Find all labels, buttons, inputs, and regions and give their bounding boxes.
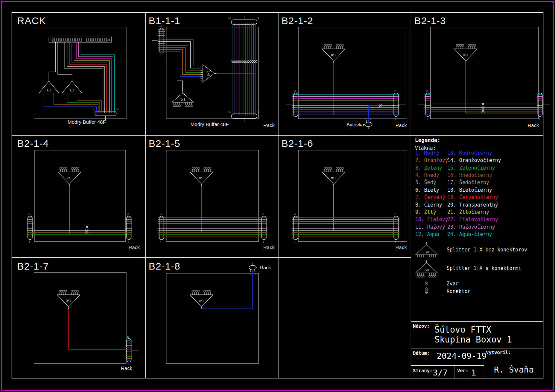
splitter-icon: 1x8 [190, 290, 213, 309]
splitter-icon: 1x8 [172, 91, 194, 107]
svg-text:12: 12 [538, 90, 541, 92]
splitter-icon: 1x8 [322, 168, 345, 186]
svg-text:1: 1 [29, 241, 30, 243]
svg-text:1x2: 1x2 [70, 89, 75, 92]
bytovka-label: Bytovka [333, 122, 364, 127]
legend-item: 11. Ružový [415, 224, 445, 230]
enclosure-outline [34, 27, 126, 119]
buffer-caption: Modry Buffer 48F [187, 121, 232, 127]
legend-item: 18. Bieločierny [447, 187, 492, 193]
fiber-connector-icon: 121 [286, 90, 299, 120]
svg-text:1: 1 [263, 241, 264, 243]
svg-text:1: 1 [128, 241, 129, 243]
rack-label: Rack [260, 265, 271, 270]
titleblock-strany-label: Strany: [413, 368, 432, 373]
svg-text:12: 12 [394, 90, 397, 92]
svg-text:1x8: 1x8 [424, 269, 429, 272]
panel-title-b214: B2-1-4 [17, 138, 49, 149]
titleblock-nazov-line2: Skupina Boxov 1 [434, 335, 512, 344]
svg-text:1x8: 1x8 [331, 176, 336, 179]
enclosure-outline [298, 27, 407, 119]
rack-label: Rack [263, 245, 275, 250]
svg-text:12: 12 [28, 213, 31, 215]
svg-text:1: 1 [160, 241, 162, 243]
svg-text:1: 1 [128, 363, 129, 365]
legend-splitter-nc-label: Splitter 1:X bez konektorov [447, 247, 527, 253]
splitter-icon: 1x8 [201, 65, 216, 82]
fiber-connector-icon: 121 [537, 90, 550, 120]
svg-text:1: 1 [258, 111, 259, 113]
legend-konektor-label: Konektor [447, 288, 470, 294]
svg-text:1: 1 [395, 241, 396, 243]
titleblock-ver-value: 1 [471, 368, 476, 377]
enclosure-outline [35, 150, 126, 242]
splitter-icon: 1x8 [58, 168, 81, 186]
svg-text:2: 2 [370, 117, 371, 120]
titleblock-datum-label: Dátum: [413, 350, 430, 356]
panel-title-rack: RACK [17, 15, 46, 26]
titleblock-vytvoril-label: Vytvoril: [486, 350, 511, 355]
legend-splitter-c-label: Splitter 1:X s konektormi [447, 265, 521, 271]
legend-item: 10. Fialový [415, 216, 448, 222]
legend-item: 14. Oranžovočierny [447, 157, 501, 163]
buffer-caption: Modry Buffer 48F [64, 119, 109, 125]
fiber-wire [77, 96, 101, 111]
svg-text:12: 12 [426, 90, 428, 92]
legend-item: 7. Červený [415, 194, 445, 200]
titleblock-ver-label: Ver: [457, 368, 468, 373]
fiber-connector-icon: 121 [126, 213, 138, 243]
svg-text:12: 12 [160, 213, 162, 215]
svg-text:1: 1 [395, 117, 396, 120]
legend-item: 23. Ružovočierny [447, 224, 495, 230]
svg-text:1: 1 [258, 17, 259, 19]
fiber-buffer-icon: 121 [228, 111, 259, 122]
fiber-wire [76, 42, 111, 111]
legend-zvar-label: Zvar [447, 281, 459, 287]
svg-text:1: 1 [249, 273, 251, 275]
svg-text:1x8: 1x8 [207, 71, 210, 76]
rack-label: Rack [528, 122, 539, 128]
legend-item: 20. Transparentný [447, 202, 498, 208]
splitter-icon: 1x8 [322, 45, 345, 63]
svg-text:1x8: 1x8 [66, 299, 71, 302]
legend-item: 24. Aqua-čierny [447, 231, 492, 237]
fiber-connector-icon: 121 [393, 90, 406, 120]
fiber-wire [72, 42, 108, 111]
legend-item: 15. Zelenočierny [447, 165, 495, 171]
svg-text:12: 12 [294, 90, 296, 92]
fiber-wire [69, 309, 127, 349]
svg-text:24: 24 [107, 39, 110, 42]
schematic-sheet: 1241x21x21121211x81x81211211x8121121121x… [0, 0, 555, 392]
svg-text:1x2: 1x2 [47, 89, 52, 92]
titleblock-datum-value: 2024-09-19 [437, 351, 487, 361]
titleblock-vytvoril-value: R. Švaňa [484, 365, 543, 375]
legend-item: 6. Biely [415, 187, 439, 193]
rack-label: Rack [263, 122, 275, 128]
svg-text:1x8: 1x8 [331, 53, 336, 56]
svg-text:1: 1 [539, 117, 540, 120]
fiber-connector-icon: 121 [152, 213, 165, 243]
fiber-wire [69, 42, 106, 111]
legend-fiber-list: 1. Modrý2. Oranžový3. Zelený4. Hnedý5. Š… [415, 150, 541, 243]
fiber-wire [65, 42, 103, 111]
fiber-wire [177, 81, 183, 91]
legend-item: 5. Šedý [415, 180, 436, 185]
fiber-connector-icon: 121 [393, 213, 406, 243]
splitter-icon: 1x8 [57, 290, 80, 309]
svg-text:12: 12 [127, 213, 130, 215]
legend-item: 2. Oranžový [415, 157, 448, 163]
legend-item: 22. Fialovočierny [447, 216, 498, 222]
titleblock-nazov-label: Názov: [413, 323, 430, 329]
legend-item: 3. Zelený [415, 165, 442, 171]
fiber-connector-icon: 121 [126, 336, 138, 365]
svg-text:1: 1 [365, 117, 366, 120]
enclosure-outline [166, 150, 259, 242]
svg-text:1x8: 1x8 [180, 98, 185, 101]
svg-text:12: 12 [262, 213, 265, 215]
enclosure-outline [430, 27, 538, 119]
legend-item: 21. Žltočierny [447, 209, 489, 215]
konektor-icon [425, 287, 428, 294]
legend-heading: Legenda: [415, 137, 440, 143]
svg-text:1x8: 1x8 [199, 299, 204, 302]
legend-item: 12. Aqua [415, 231, 439, 237]
